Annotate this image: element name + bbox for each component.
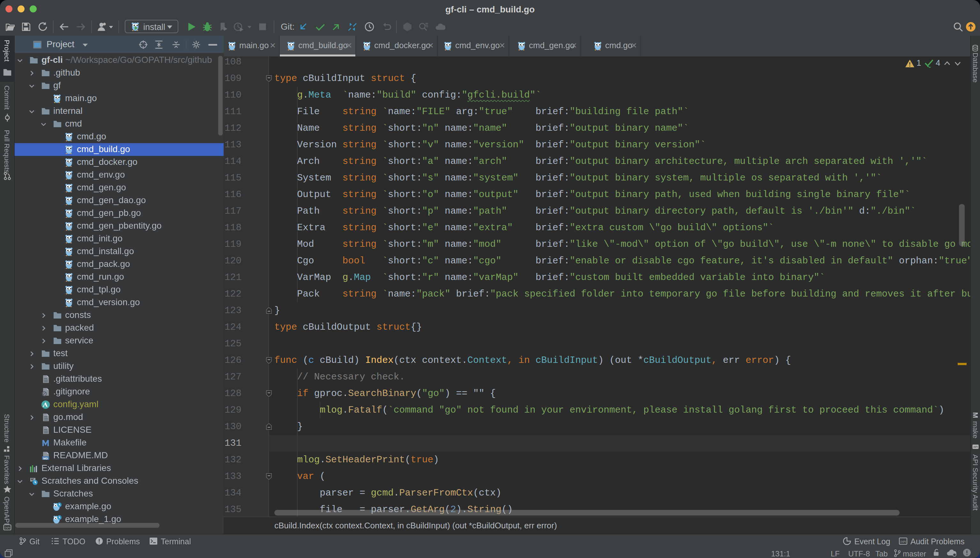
svg-text:/API: /API xyxy=(5,526,10,529)
svg-text:/API: /API xyxy=(900,540,906,543)
svg-text:/API: /API xyxy=(973,445,978,448)
